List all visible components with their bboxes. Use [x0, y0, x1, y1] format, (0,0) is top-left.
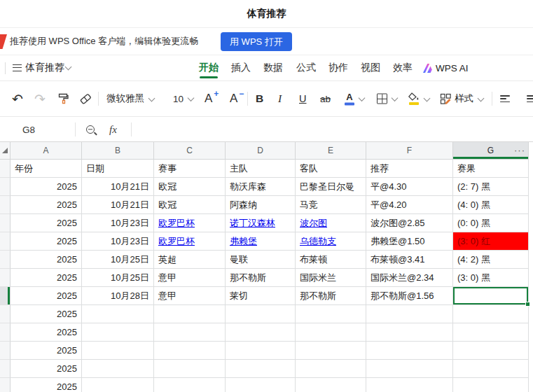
doc-title-chevron-icon[interactable] — [66, 55, 71, 80]
underline-button[interactable]: U — [299, 93, 306, 104]
cell[interactable]: 英超 — [154, 251, 226, 269]
cell[interactable]: 诺丁汉森林 — [226, 214, 296, 232]
column-header-d[interactable]: D — [226, 142, 296, 160]
cell[interactable]: 乌德勒支 — [296, 232, 366, 251]
row-header[interactable] — [0, 269, 11, 287]
cell[interactable] — [82, 323, 154, 342]
cell[interactable]: 赛事 — [154, 160, 226, 178]
row-header[interactable] — [0, 378, 11, 392]
cell[interactable]: 10月28日 — [82, 287, 154, 305]
row-header[interactable] — [0, 178, 11, 196]
cell-hyperlink[interactable]: 欧罗巴杯 — [158, 217, 195, 230]
cell[interactable]: (4: 2) 黑 — [453, 251, 529, 269]
format-painter-icon[interactable] — [57, 92, 69, 105]
cell[interactable]: 欧罗巴杯 — [154, 232, 226, 251]
cell-hyperlink[interactable]: 乌德勒支 — [300, 235, 336, 248]
wps-ai-icon[interactable] — [422, 55, 433, 80]
cell[interactable]: (3: 0) 黑 — [453, 269, 529, 287]
search-icon[interactable] — [86, 125, 95, 134]
cell[interactable]: 年份 — [11, 160, 82, 178]
row-header[interactable] — [0, 342, 11, 360]
column-header-c[interactable]: C — [154, 142, 226, 160]
cell[interactable]: 勒沃库森 — [226, 178, 296, 196]
increase-font-button[interactable]: A+ — [205, 92, 212, 106]
tab-5[interactable]: 协作 — [328, 55, 348, 80]
cell[interactable]: 马竞 — [296, 196, 366, 214]
row-header[interactable] — [0, 214, 11, 232]
favorite-star-icon[interactable]: ☆ — [55, 55, 64, 80]
cell[interactable]: 2025 — [11, 342, 82, 360]
cell[interactable]: 主队 — [226, 160, 296, 178]
cell-reference-box[interactable]: G8 — [22, 124, 35, 134]
cell[interactable]: 10月25日 — [82, 269, 154, 287]
cell[interactable]: 国际米兰 — [296, 269, 366, 287]
cell[interactable] — [296, 378, 366, 392]
cell[interactable]: 平@4.30 — [366, 178, 453, 196]
cell[interactable]: 意甲 — [154, 269, 226, 287]
cell[interactable] — [366, 378, 453, 392]
cell[interactable] — [226, 305, 296, 323]
font-color-button[interactable]: A — [345, 92, 364, 106]
cell[interactable]: 巴黎圣日尔曼 — [296, 178, 366, 196]
cell[interactable]: 2025 — [11, 178, 82, 196]
cell[interactable] — [453, 323, 529, 342]
cell[interactable]: 波尔图 — [296, 214, 366, 232]
row-header[interactable] — [0, 196, 11, 214]
row-header[interactable] — [0, 360, 11, 378]
cell[interactable]: 客队 — [296, 160, 366, 178]
font-family-select[interactable]: 微软雅黑 — [106, 92, 154, 105]
tab-3[interactable]: 数据 — [263, 55, 283, 80]
cell[interactable]: 弗赖堡 — [226, 232, 296, 251]
cell[interactable] — [296, 360, 366, 378]
cell[interactable]: 欧冠 — [154, 178, 226, 196]
cell[interactable]: 2025 — [11, 214, 82, 232]
tab-2[interactable]: 插入 — [231, 55, 251, 80]
cell[interactable] — [366, 323, 453, 342]
cell[interactable]: 2025 — [11, 287, 82, 305]
cell[interactable]: 2025 — [11, 196, 82, 214]
cell[interactable]: 那不勒斯 — [226, 269, 296, 287]
cell[interactable] — [226, 323, 296, 342]
cell[interactable] — [226, 378, 296, 392]
tab-6[interactable]: 视图 — [361, 55, 380, 80]
cell[interactable]: (3: 0) 红 — [453, 232, 529, 251]
cell[interactable]: 2025 — [11, 251, 82, 269]
row-header[interactable] — [0, 323, 11, 342]
cell[interactable] — [226, 342, 296, 360]
cell[interactable] — [366, 305, 453, 323]
cell[interactable]: 推荐 — [366, 160, 453, 178]
cell[interactable] — [296, 305, 366, 323]
cell[interactable] — [453, 378, 529, 392]
cell[interactable]: 10月21日 — [82, 178, 154, 196]
cell[interactable]: 2025 — [11, 378, 82, 392]
cell-hyperlink[interactable]: 诺丁汉森林 — [230, 217, 275, 230]
hamburger-menu-icon[interactable] — [13, 55, 22, 80]
borders-button[interactable] — [377, 94, 397, 104]
cell-styles-button[interactable]: 样式 — [440, 92, 483, 105]
align-left-button[interactable] — [500, 95, 510, 102]
row-header[interactable] — [0, 232, 11, 251]
cell[interactable]: 曼联 — [226, 251, 296, 269]
cell[interactable]: 意甲 — [154, 287, 226, 305]
cell[interactable]: 10月23日 — [82, 214, 154, 232]
open-in-wps-button[interactable]: 用 WPS 打开 — [221, 32, 292, 51]
cell[interactable]: 弗赖堡@1.50 — [366, 232, 453, 251]
cell-hyperlink[interactable]: 欧罗巴杯 — [158, 235, 195, 248]
column-header-g[interactable]: G··· — [453, 142, 529, 160]
cell[interactable]: 2025 — [11, 269, 82, 287]
row-header[interactable] — [0, 251, 11, 269]
cell[interactable]: 平@4.20 — [366, 196, 453, 214]
cell[interactable]: 阿森纳 — [226, 196, 296, 214]
cell[interactable]: 10月21日 — [82, 196, 154, 214]
row-header[interactable] — [0, 305, 11, 323]
cell[interactable] — [154, 305, 226, 323]
cell[interactable]: (2: 7) 黑 — [453, 178, 529, 196]
cell[interactable]: 欧罗巴杯 — [154, 214, 226, 232]
cell[interactable]: 波尔图@2.85 — [366, 214, 453, 232]
column-header-b[interactable]: B — [82, 142, 154, 160]
decrease-font-button[interactable]: A− — [230, 92, 237, 106]
cell[interactable] — [82, 360, 154, 378]
cell[interactable]: (4: 0) 黑 — [453, 196, 529, 214]
bold-button[interactable]: B — [256, 92, 263, 105]
eraser-icon[interactable] — [79, 92, 92, 105]
